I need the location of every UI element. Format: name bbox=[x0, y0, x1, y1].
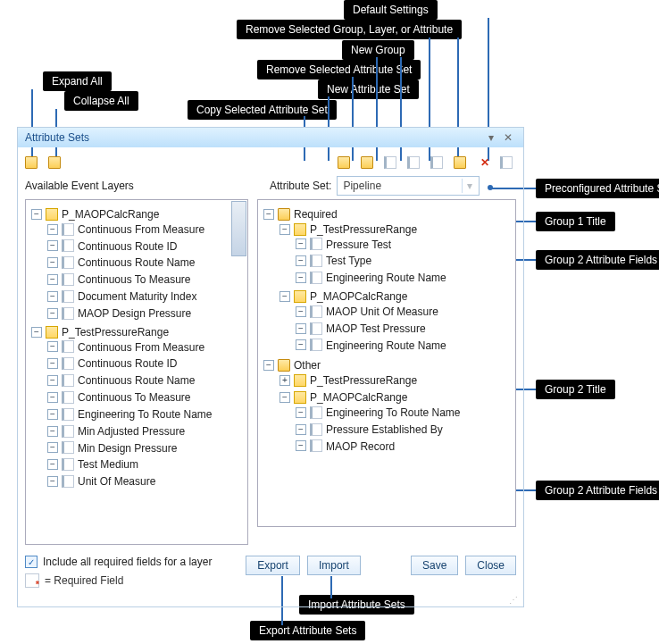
legend-text: = Required Field bbox=[45, 574, 123, 587]
tree-layer[interactable]: −P_MAOPCalcRange −MAOP Unit Of Measure −… bbox=[279, 288, 513, 355]
tree-item[interactable]: −Continuous To Measure bbox=[47, 271, 246, 288]
tree-item[interactable]: −MAOP Design Pressure bbox=[47, 305, 246, 322]
callout-group1-title: Group 1 Title bbox=[536, 212, 615, 231]
tree-item[interactable]: −Continuous From Measure bbox=[47, 339, 246, 355]
attr-set-combo[interactable]: Pipeline ▾ bbox=[337, 176, 480, 196]
remove-item-button[interactable]: ✕ bbox=[477, 155, 493, 171]
callout-group2-attr: Group 2 Attribute Fields bbox=[536, 250, 659, 270]
available-layers-label: Available Event Layers bbox=[25, 180, 266, 192]
tree-item[interactable]: −Pressure Test bbox=[296, 236, 513, 253]
callout-expand-all: Expand All bbox=[43, 71, 112, 91]
tree-item[interactable]: −Min Adjusted Pressure bbox=[47, 422, 246, 439]
tree-item[interactable]: −Continuous To Measure bbox=[47, 389, 246, 406]
configured-set-pane: −Required −P_TestPressureRange −Pressure… bbox=[257, 199, 516, 527]
callout-new-set: New Attribute Set bbox=[318, 79, 419, 99]
callout-preconfigured: Preconfigured Attribute Sets bbox=[536, 179, 659, 198]
dialog-title: Attribute Sets bbox=[25, 131, 89, 144]
remove-set-button[interactable] bbox=[430, 155, 446, 171]
available-layers-pane: −P_MAOPCalcRange −Continuous From Measur… bbox=[25, 199, 248, 545]
callout-copy-set: Copy Selected Attribute Set bbox=[188, 100, 337, 120]
include-required-label: Include all required fields for a layer bbox=[43, 556, 212, 568]
expand-all-button[interactable] bbox=[25, 155, 41, 171]
tree-item[interactable]: −Test Medium bbox=[47, 456, 246, 473]
tree-item[interactable]: −Document Maturity Index bbox=[47, 288, 246, 305]
required-icon bbox=[25, 573, 39, 588]
close-icon[interactable]: ✕ bbox=[500, 131, 516, 144]
callout-group2-title: Group 2 Title bbox=[536, 380, 615, 399]
collapse-all-right-button[interactable] bbox=[361, 155, 377, 171]
tree-item[interactable]: −Engineering To Route Name bbox=[296, 404, 513, 421]
tree-item[interactable]: −Test Type bbox=[296, 252, 513, 269]
tree-item[interactable]: −Engineering Route Name bbox=[296, 337, 513, 354]
tree-item[interactable]: −Pressure Established By bbox=[296, 421, 513, 438]
new-set-button[interactable] bbox=[407, 155, 423, 171]
tree-item[interactable]: −Continuous Route Name bbox=[47, 372, 246, 389]
export-button[interactable]: Export bbox=[246, 556, 300, 575]
callout-remove-gla: Remove Selected Group, Layer, or Attribu… bbox=[237, 20, 462, 39]
tree-item[interactable]: −Engineering Route Name bbox=[296, 269, 513, 286]
callout-default-settings: Default Settings bbox=[344, 0, 438, 20]
tree-item[interactable]: −Continuous Route ID bbox=[47, 355, 246, 372]
expand-all-right-button[interactable] bbox=[338, 155, 354, 171]
toolbar: ✕ bbox=[18, 147, 523, 174]
default-settings-button[interactable] bbox=[500, 155, 516, 171]
attr-set-label: Attribute Set: bbox=[270, 180, 331, 192]
labels-row: Available Event Layers Attribute Set: Pi… bbox=[18, 174, 523, 199]
tree-layer[interactable]: +P_TestPressureRange bbox=[279, 372, 513, 389]
scrollbar-thumb[interactable] bbox=[231, 201, 246, 256]
tree-layer[interactable]: −P_MAOPCalcRange −Engineering To Route N… bbox=[279, 389, 513, 456]
new-group-button[interactable] bbox=[454, 155, 470, 171]
save-button[interactable]: Save bbox=[411, 556, 458, 575]
tree-layer[interactable]: −P_TestPressureRange −Pressure Test −Tes… bbox=[279, 221, 513, 288]
copy-set-button[interactable] bbox=[384, 155, 400, 171]
close-button[interactable]: Close bbox=[465, 556, 516, 575]
tree-item[interactable]: −Unit Of Measure bbox=[47, 473, 246, 489]
collapse-all-button[interactable] bbox=[48, 155, 64, 171]
callout-remove-set: Remove Selected Attribute Set bbox=[257, 60, 421, 79]
tree-item[interactable]: −Continuous Route Name bbox=[47, 254, 246, 271]
tree-item[interactable]: −MAOP Record bbox=[296, 438, 513, 455]
tree-layer[interactable]: −P_MAOPCalcRange −Continuous From Measur… bbox=[31, 205, 246, 323]
checkbox-icon: ✓ bbox=[25, 556, 38, 568]
callout-export-set: Export Attribute Sets bbox=[250, 621, 365, 640]
pin-icon[interactable]: ▾ bbox=[485, 131, 497, 144]
dialog-footer: ✓ Include all required fields for a laye… bbox=[18, 552, 523, 595]
tree-layer[interactable]: −P_TestPressureRange −Continuous From Me… bbox=[31, 323, 246, 491]
tree-item[interactable]: −Continuous From Measure bbox=[47, 221, 246, 238]
include-required-checkbox[interactable]: ✓ Include all required fields for a laye… bbox=[25, 556, 212, 568]
import-button[interactable]: Import bbox=[307, 556, 361, 575]
tree-group[interactable]: −Other +P_TestPressureRange −P_MAOPCalcR… bbox=[263, 356, 513, 457]
attribute-sets-dialog: Attribute Sets ▾ ✕ ✕ Available Event Lay… bbox=[17, 127, 524, 607]
attr-set-value: Pipeline bbox=[343, 180, 381, 192]
callout-collapse-all: Collapse All bbox=[64, 91, 138, 111]
tree-item[interactable]: −Continuous Route ID bbox=[47, 238, 246, 255]
tree-item[interactable]: −MAOP Unit Of Measure bbox=[296, 303, 513, 320]
required-field-legend: = Required Field bbox=[25, 573, 212, 588]
tree-item[interactable]: −Engineering To Route Name bbox=[47, 406, 246, 422]
resize-grip[interactable]: ⋰ bbox=[18, 595, 523, 606]
callout-group2-attr-b: Group 2 Attribute Fields bbox=[536, 481, 659, 500]
tree-item[interactable]: −MAOP Test Pressure bbox=[296, 320, 513, 337]
callout-new-group: New Group bbox=[342, 40, 414, 60]
tree-group[interactable]: −Required −P_TestPressureRange −Pressure… bbox=[263, 205, 513, 356]
dialog-header: Attribute Sets ▾ ✕ bbox=[18, 128, 523, 147]
tree-item[interactable]: −Min Design Pressure bbox=[47, 439, 246, 456]
chevron-down-icon: ▾ bbox=[462, 179, 477, 193]
